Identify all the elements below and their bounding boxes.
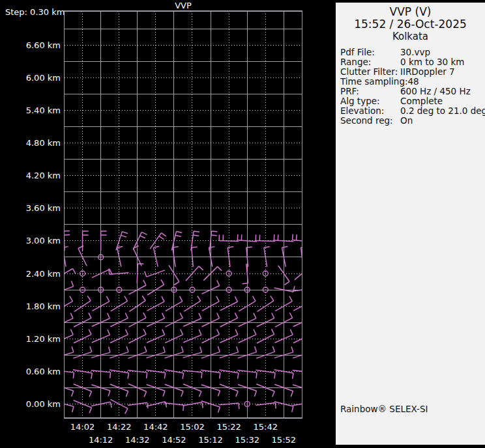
x-axis-label: 15:52 [272,435,296,445]
plot-axis-labels: VVPStep: 0.30 km6.60 km6.00 km5.40 km4.8… [5,1,296,445]
wind-barb [295,267,314,279]
wind-barb [257,313,274,326]
panel-field-range: Range: 0 km to 30 km [340,57,483,67]
y-axis-label: 0.60 km [26,367,61,376]
panel-datetime: 15:52 / 26-Oct-2025 [336,18,485,31]
y-axis-label: 4.80 km [26,138,61,148]
wind-barb [91,402,111,408]
wind-barb [110,399,127,413]
plot-title: VVP [175,1,192,10]
info-panel: VVP (V) 15:52 / 26-Oct-2025 Kolkata Pdf … [336,3,485,445]
x-axis-label: 14:32 [125,435,149,445]
panel-field-pdf-file: Pdf File: 30.vvp [340,48,483,57]
wind-barb [264,247,270,267]
wind-barb [153,246,159,266]
wind-barb [183,402,203,408]
field-label: Second reg: [340,116,400,126]
wind-barb [220,346,239,357]
field-label: PRF: [340,87,400,96]
field-value: 30.vvp [400,48,430,57]
panel-site-name: Kolkata [336,31,485,42]
field-label: Range: [340,57,400,67]
wind-barb [111,296,128,311]
field-label: Alg type: [340,96,400,106]
x-axis-label: 15:22 [216,422,241,432]
wind-barb [110,346,128,358]
y-axis-label: 3.60 km [26,203,61,213]
wind-barb [186,266,203,281]
field-label: Time sampling: [340,77,408,87]
wind-barb [220,329,237,343]
y-axis-label: 1.80 km [26,301,61,311]
wind-barb [220,384,238,397]
field-value: 0.2 deg to 21.0 deg [400,106,485,116]
field-label: Clutter Filter: [340,67,400,77]
x-axis-label: 15:12 [198,435,222,445]
x-axis-label: 15:42 [254,422,278,432]
wind-barb [110,370,129,379]
wind-barb [63,247,68,267]
wind-barb [184,296,200,312]
wind-barb [219,403,239,409]
vvp-wind-profile-chart: VVPStep: 0.30 km6.60 km6.00 km5.40 km4.8… [0,0,334,448]
wind-barb [74,329,91,343]
vvp-product-window: VVPStep: 0.30 km6.60 km6.00 km5.40 km4.8… [0,0,485,448]
wind-barb [220,313,238,327]
wind-barb [147,346,166,357]
wind-barb [110,384,128,397]
wind-barb [74,384,92,397]
wind-barb [256,370,275,378]
field-value: 0 km to 30 km [400,57,464,67]
y-axis-label: 2.40 km [26,269,61,279]
wind-barb [183,313,201,326]
x-axis-label: 14:12 [89,435,113,445]
panel-field-time-sampling: Time sampling: 48 [340,77,483,87]
x-axis-label: 14:42 [143,422,168,432]
field-value: IIRDoppler 7 [400,67,455,77]
field-label: Pdf File: [340,48,400,57]
plot-grid [65,11,302,418]
x-axis-label: 14:52 [162,435,186,445]
wind-barb [183,346,202,357]
y-axis-label: 6.00 km [26,73,61,83]
wind-barb [73,346,91,358]
wind-barb [257,329,274,343]
y-axis-label: 4.20 km [26,171,61,180]
panel-field-list: Pdf File: 30.vvp Range: 0 km to 30 km Cl… [336,48,485,126]
wind-barb [256,384,274,397]
y-axis-label: 6.60 km [26,40,61,50]
wind-barb [219,370,239,379]
y-axis-label: 0.00 km [26,399,61,409]
wind-barb [293,402,313,408]
wind-barb [183,371,202,378]
y-axis-label: 1.20 km [26,334,61,344]
wind-barb [274,286,295,292]
wind-barb [145,270,165,277]
step-label: Step: 0.30 km [5,7,65,17]
wind-barb [173,247,179,267]
wind-barb [146,370,166,378]
panel-field-prf: PRF: 600 Hz / 450 Hz [340,87,483,96]
wind-barb [146,402,166,408]
wind-barb [183,384,201,397]
panel-field-clutter-filter: Clutter Filter: IIRDoppler 7 [340,67,483,77]
y-axis-label: 3.00 km [26,236,61,245]
x-axis-label: 15:02 [180,422,204,432]
field-value: 48 [408,77,419,87]
panel-field-second-reg: Second reg: On [340,116,483,126]
panel-product-title: VVP (V) [336,6,485,18]
wind-barb [74,313,91,327]
panel-field-elevation: Elevation: 0.2 deg to 21.0 deg [340,106,483,116]
wind-barb [203,266,222,280]
field-label: Elevation: [340,106,400,116]
wind-barb [147,329,164,343]
y-axis-label: 5.40 km [26,105,61,115]
brand-label: Rainbow® SELEX-SI [340,404,428,414]
wind-barb [282,247,287,267]
wind-barb [147,313,164,327]
x-axis-label: 15:32 [235,435,259,445]
field-value: 600 Hz / 450 Hz [400,87,471,96]
x-axis-label: 14:22 [107,422,131,432]
wind-barb [117,246,123,266]
field-value: Complete [400,96,443,106]
